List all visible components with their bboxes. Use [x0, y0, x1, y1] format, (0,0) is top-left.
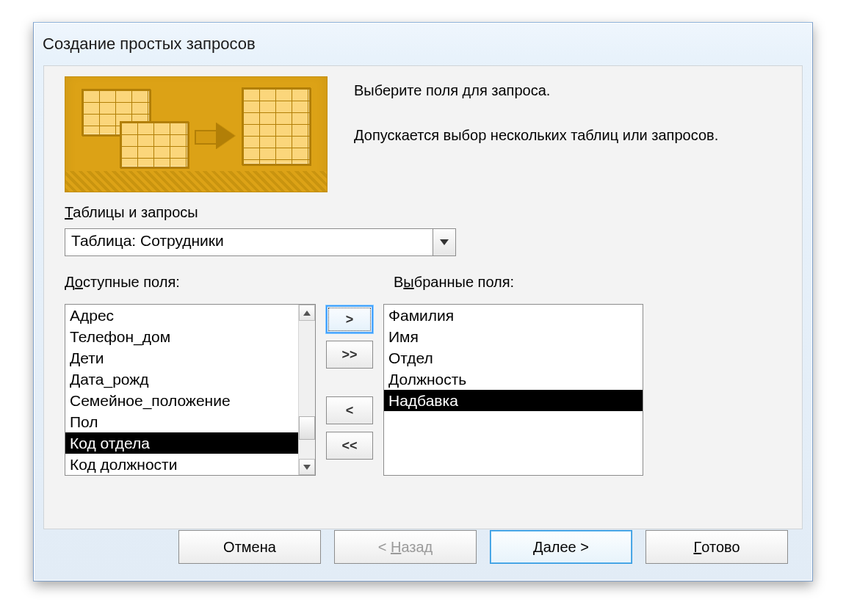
scroll-down-button[interactable]: [299, 459, 315, 475]
scroll-up-button[interactable]: [299, 305, 315, 321]
scroll-track[interactable]: [299, 321, 315, 459]
list-item[interactable]: Адрес: [65, 305, 298, 326]
wizard-window: Создание простых запросов Выберите поля …: [33, 22, 813, 581]
tables-queries-label: Таблицы и запросы: [65, 204, 786, 221]
available-fields-listbox[interactable]: Адрес Телефон_дом Дети Дата_рожд Семейно…: [65, 304, 316, 476]
list-item[interactable]: Код должности: [65, 454, 298, 475]
intro-line-1: Выберите поля для запроса.: [354, 82, 786, 99]
list-item[interactable]: Надбавка: [384, 390, 643, 411]
selected-fields-label: Выбранные поля:: [394, 274, 514, 291]
scrollbar[interactable]: [298, 305, 315, 475]
arrow-icon: [195, 123, 236, 149]
list-item[interactable]: Дата_рожд: [65, 369, 298, 390]
list-item[interactable]: Должность: [384, 369, 643, 390]
add-all-button[interactable]: >>: [326, 341, 373, 369]
selected-fields-listbox[interactable]: Фамилия Имя Отдел Должность Надбавка: [383, 304, 643, 476]
remove-all-button[interactable]: <<: [326, 432, 373, 460]
list-item[interactable]: Имя: [384, 326, 643, 347]
finish-button[interactable]: Готово: [645, 530, 788, 564]
next-button[interactable]: Далее >: [490, 530, 632, 564]
wizard-content: Выберите поля для запроса. Допускается в…: [43, 65, 803, 529]
remove-one-button[interactable]: <: [326, 396, 373, 424]
list-item[interactable]: Телефон_дом: [65, 326, 298, 347]
list-item[interactable]: Пол: [65, 411, 298, 432]
intro-line-2: Допускается выбор нескольких таблиц или …: [354, 127, 786, 144]
tables-queries-combobox[interactable]: Таблица: Сотрудники: [65, 228, 456, 256]
wizard-button-strip: Отмена < Назад Далее > Готово: [43, 530, 803, 571]
wizard-illustration: [65, 76, 328, 192]
list-item[interactable]: Дети: [65, 347, 298, 369]
list-item[interactable]: Фамилия: [384, 305, 643, 326]
chevron-down-icon[interactable]: [433, 229, 455, 255]
window-title: Создание простых запросов: [34, 23, 812, 65]
list-item[interactable]: Код отдела: [65, 432, 298, 454]
back-button: < Назад: [334, 530, 477, 564]
cancel-button[interactable]: Отмена: [178, 530, 321, 564]
scroll-thumb[interactable]: [299, 416, 315, 440]
list-item[interactable]: Отдел: [384, 347, 643, 369]
add-one-button[interactable]: >: [326, 305, 373, 333]
list-item[interactable]: Семейное_положение: [65, 390, 298, 411]
available-fields-label: Доступные поля:: [65, 274, 314, 291]
window-title-text: Создание простых запросов: [43, 35, 256, 54]
combobox-value: Таблица: Сотрудники: [65, 229, 433, 255]
